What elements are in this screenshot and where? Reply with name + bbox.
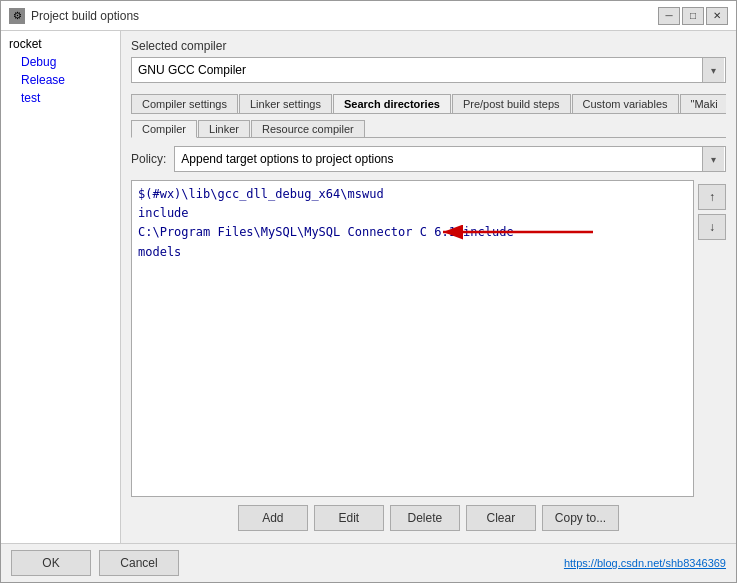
tab-linker-settings[interactable]: Linker settings: [239, 94, 332, 113]
ok-button[interactable]: OK: [11, 550, 91, 576]
inner-tab-resource-compiler[interactable]: Resource compiler: [251, 120, 365, 137]
dir-entry-3[interactable]: models: [138, 243, 687, 262]
edit-button[interactable]: Edit: [314, 505, 384, 531]
dir-entry-0[interactable]: $(#wx)\lib\gcc_dll_debug_x64\mswud: [138, 185, 687, 204]
side-buttons: ↑ ↓: [698, 180, 726, 497]
minimize-button[interactable]: ─: [658, 7, 680, 25]
move-down-button[interactable]: ↓: [698, 214, 726, 240]
sidebar-item-test[interactable]: test: [1, 89, 120, 107]
footer: OK Cancel https://blog.csdn.net/shb83463…: [1, 543, 736, 582]
delete-button[interactable]: Delete: [390, 505, 460, 531]
policy-row: Policy: Append target options to project…: [131, 146, 726, 172]
policy-select[interactable]: Append target options to project options: [174, 146, 726, 172]
inner-tab-linker[interactable]: Linker: [198, 120, 250, 137]
title-buttons: ─ □ ✕: [658, 7, 728, 25]
sidebar-link-debug[interactable]: Debug: [21, 55, 56, 69]
dir-entry-1[interactable]: include: [138, 204, 687, 223]
sidebar-item-debug[interactable]: Debug: [1, 53, 120, 71]
sidebar-link-release[interactable]: Release: [21, 73, 65, 87]
red-arrow-annotation: [438, 221, 598, 243]
footer-buttons: OK Cancel: [11, 550, 179, 576]
sidebar-item-release[interactable]: Release: [1, 71, 120, 89]
directory-area: $(#wx)\lib\gcc_dll_debug_x64\mswud inclu…: [131, 180, 726, 497]
tab-custom-variables[interactable]: Custom variables: [572, 94, 679, 113]
close-button[interactable]: ✕: [706, 7, 728, 25]
sidebar-tree: rocket Debug Release test: [1, 31, 121, 543]
tab-maki[interactable]: "Maki: [680, 94, 726, 113]
maximize-button[interactable]: □: [682, 7, 704, 25]
project-build-options-window: ⚙ Project build options ─ □ ✕ rocket Deb…: [0, 0, 737, 583]
compiler-select-wrapper: GNU GCC Compiler ▾: [131, 57, 726, 83]
cancel-button[interactable]: Cancel: [99, 550, 179, 576]
policy-label: Policy:: [131, 152, 166, 166]
directory-list-box[interactable]: $(#wx)\lib\gcc_dll_debug_x64\mswud inclu…: [131, 180, 694, 497]
footer-link[interactable]: https://blog.csdn.net/shb8346369: [564, 557, 726, 569]
inner-tab-compiler[interactable]: Compiler: [131, 120, 197, 138]
action-buttons: Add Edit Delete Clear Copy to...: [131, 497, 726, 535]
compiler-section: Selected compiler GNU GCC Compiler ▾: [131, 39, 726, 83]
right-panel: Selected compiler GNU GCC Compiler ▾ Com…: [121, 31, 736, 543]
title-bar: ⚙ Project build options ─ □ ✕: [1, 1, 736, 31]
policy-select-wrapper: Append target options to project options…: [174, 146, 726, 172]
sidebar-link-test[interactable]: test: [21, 91, 40, 105]
main-content: rocket Debug Release test Selected compi…: [1, 31, 736, 543]
tab-pre-post-build[interactable]: Pre/post build steps: [452, 94, 571, 113]
sidebar-item-rocket[interactable]: rocket: [1, 35, 120, 53]
title-bar-left: ⚙ Project build options: [9, 8, 139, 24]
compiler-select[interactable]: GNU GCC Compiler: [131, 57, 726, 83]
tab-search-directories[interactable]: Search directories: [333, 94, 451, 114]
dir-entry-2-row: C:\Program Files\MySQL\MySQL Connector C…: [138, 223, 687, 242]
clear-button[interactable]: Clear: [466, 505, 536, 531]
window-title: Project build options: [31, 9, 139, 23]
tab-compiler-settings[interactable]: Compiler settings: [131, 94, 238, 113]
add-button[interactable]: Add: [238, 505, 308, 531]
window-icon: ⚙: [9, 8, 25, 24]
move-up-button[interactable]: ↑: [698, 184, 726, 210]
inner-tabs-row: Compiler Linker Resource compiler: [131, 120, 726, 138]
copy-to-button[interactable]: Copy to...: [542, 505, 619, 531]
compiler-label: Selected compiler: [131, 39, 726, 53]
tabs-row: Compiler settings Linker settings Search…: [131, 91, 726, 114]
